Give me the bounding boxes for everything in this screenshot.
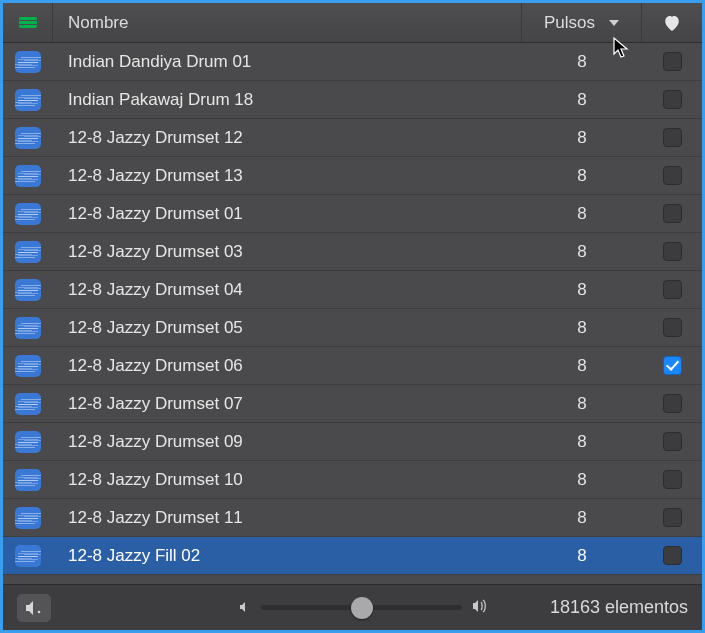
audio-loop-icon: [15, 127, 41, 149]
chevron-down-icon: [609, 20, 619, 26]
list-icon: [19, 17, 37, 28]
speaker-low-icon: [239, 600, 251, 616]
loop-browser: Nombre Pulsos Indian Dandiya Drum 018Ind…: [0, 0, 705, 633]
favorite-cell: [642, 470, 702, 489]
loop-beats: 8: [522, 242, 642, 262]
favorite-cell: [642, 166, 702, 185]
loop-name: 12-8 Jazzy Drumset 12: [53, 128, 522, 148]
loop-type-cell: [3, 89, 53, 111]
header-name-label: Nombre: [68, 13, 128, 33]
view-mode-toggle[interactable]: [3, 3, 53, 42]
audio-loop-icon: [15, 317, 41, 339]
loop-name: 12-8 Jazzy Drumset 01: [53, 204, 522, 224]
loop-name: 12-8 Jazzy Drumset 06: [53, 356, 522, 376]
loop-type-cell: [3, 127, 53, 149]
loop-beats: 8: [522, 204, 642, 224]
audio-loop-icon: [15, 279, 41, 301]
favorite-checkbox[interactable]: [663, 204, 682, 223]
loop-type-cell: [3, 545, 53, 567]
loop-name: Indian Pakawaj Drum 18: [53, 90, 522, 110]
header-beats-label: Pulsos: [544, 13, 595, 33]
loop-type-cell: [3, 469, 53, 491]
loop-type-cell: [3, 279, 53, 301]
table-row[interactable]: Indian Pakawaj Drum 188: [3, 81, 702, 119]
loop-type-cell: [3, 317, 53, 339]
favorite-checkbox[interactable]: [663, 394, 682, 413]
table-row[interactable]: 12-8 Jazzy Drumset 078: [3, 385, 702, 423]
loop-name: 12-8 Jazzy Drumset 07: [53, 394, 522, 414]
audio-loop-icon: [15, 203, 41, 225]
table-row[interactable]: 12-8 Jazzy Drumset 098: [3, 423, 702, 461]
column-header-name[interactable]: Nombre: [53, 3, 522, 42]
favorite-checkbox[interactable]: [663, 356, 682, 375]
loop-type-cell: [3, 431, 53, 453]
table-row[interactable]: 12-8 Jazzy Drumset 138: [3, 157, 702, 195]
column-header-beats[interactable]: Pulsos: [522, 3, 642, 42]
loop-beats: 8: [522, 166, 642, 186]
table-row[interactable]: 12-8 Jazzy Drumset 018: [3, 195, 702, 233]
loop-name: 12-8 Jazzy Drumset 03: [53, 242, 522, 262]
favorite-checkbox[interactable]: [663, 242, 682, 261]
audio-loop-icon: [15, 165, 41, 187]
heart-icon: [663, 15, 681, 31]
loop-name: 12-8 Jazzy Drumset 11: [53, 508, 522, 528]
favorite-cell: [642, 204, 702, 223]
table-row[interactable]: 12-8 Jazzy Drumset 118: [3, 499, 702, 537]
loop-type-cell: [3, 165, 53, 187]
volume-thumb[interactable]: [351, 597, 373, 619]
table-row[interactable]: 12-8 Jazzy Drumset 068: [3, 347, 702, 385]
loop-type-cell: [3, 393, 53, 415]
favorite-cell: [642, 394, 702, 413]
favorite-checkbox[interactable]: [663, 128, 682, 147]
favorite-checkbox[interactable]: [663, 470, 682, 489]
favorite-cell: [642, 432, 702, 451]
favorite-checkbox[interactable]: [663, 280, 682, 299]
table-row[interactable]: 12-8 Jazzy Drumset 108: [3, 461, 702, 499]
favorite-checkbox[interactable]: [663, 52, 682, 71]
audio-loop-icon: [15, 469, 41, 491]
favorite-cell: [642, 508, 702, 527]
table-row[interactable]: 12-8 Jazzy Drumset 128: [3, 119, 702, 157]
item-count: 18163 elementos: [550, 597, 688, 618]
favorite-checkbox[interactable]: [663, 546, 682, 565]
audio-loop-icon: [15, 393, 41, 415]
favorite-checkbox[interactable]: [663, 318, 682, 337]
table-row[interactable]: 12-8 Jazzy Drumset 058: [3, 309, 702, 347]
loop-name: 12-8 Jazzy Fill 02: [53, 546, 522, 566]
preview-play-button[interactable]: [17, 594, 51, 622]
loop-type-cell: [3, 355, 53, 377]
loop-beats: 8: [522, 52, 642, 72]
favorite-cell: [642, 356, 702, 375]
table-row[interactable]: 12-8 Jazzy Fill 028: [3, 537, 702, 575]
column-header-row: Nombre Pulsos: [3, 3, 702, 43]
loop-beats: 8: [522, 394, 642, 414]
loop-name: 12-8 Jazzy Drumset 05: [53, 318, 522, 338]
loop-name: 12-8 Jazzy Drumset 13: [53, 166, 522, 186]
favorite-checkbox[interactable]: [663, 90, 682, 109]
table-row[interactable]: Indian Dandiya Drum 018: [3, 43, 702, 81]
volume-slider[interactable]: [261, 605, 462, 610]
column-header-favorite[interactable]: [642, 3, 702, 42]
favorite-cell: [642, 90, 702, 109]
loop-beats: 8: [522, 432, 642, 452]
table-row[interactable]: 12-8 Jazzy Drumset 038: [3, 233, 702, 271]
loop-beats: 8: [522, 90, 642, 110]
table-row[interactable]: 12-8 Jazzy Drumset 048: [3, 271, 702, 309]
loop-beats: 8: [522, 546, 642, 566]
speaker-play-icon: [25, 600, 43, 616]
loop-beats: 8: [522, 508, 642, 528]
loop-name: 12-8 Jazzy Drumset 10: [53, 470, 522, 490]
favorite-cell: [642, 128, 702, 147]
loop-type-cell: [3, 507, 53, 529]
favorite-checkbox[interactable]: [663, 508, 682, 527]
loop-beats: 8: [522, 280, 642, 300]
favorite-cell: [642, 280, 702, 299]
audio-loop-icon: [15, 89, 41, 111]
svg-point-0: [38, 610, 41, 613]
loop-beats: 8: [522, 356, 642, 376]
favorite-checkbox[interactable]: [663, 432, 682, 451]
footer-bar: 18163 elementos: [3, 584, 702, 630]
loop-type-cell: [3, 51, 53, 73]
favorite-checkbox[interactable]: [663, 166, 682, 185]
loop-beats: 8: [522, 470, 642, 490]
